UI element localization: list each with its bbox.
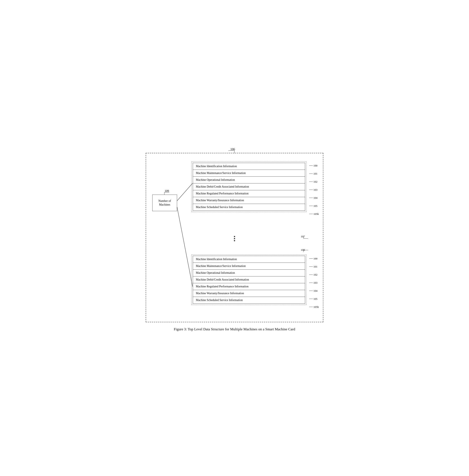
- info-table-top: Machine Identification InformationMachin…: [193, 163, 305, 211]
- info-cell: Machine Identification Information: [193, 256, 305, 263]
- table-row: Machine Regulated Performance Informatio…: [193, 283, 305, 290]
- ref-number: 100: [313, 257, 318, 260]
- info-table-bottom: Machine Identification InformationMachin…: [193, 256, 305, 304]
- ref-number: 104: [313, 196, 318, 199]
- ref-dash: [309, 206, 313, 206]
- diagram-area: 106 109 Number ofMachines Machine Identi…: [146, 153, 323, 322]
- table-row: Machine Identification Information: [193, 256, 305, 263]
- table-row: Machine Operational Information: [193, 177, 305, 183]
- label-107: 107: [301, 235, 305, 238]
- ref-label: 105b: [309, 210, 319, 218]
- info-cell: Machine Maintenance/Service Information: [193, 263, 305, 270]
- ref-label: 100: [309, 162, 319, 170]
- svg-line-0: [177, 183, 193, 201]
- ref-label: 101: [309, 170, 319, 178]
- info-cell: Machine Operational Information: [193, 177, 305, 183]
- ref-number: 103: [313, 281, 318, 284]
- dot-1: [234, 236, 235, 237]
- ref-label: 105: [309, 202, 319, 210]
- info-cell: Machine Maintenance/Service Information: [193, 170, 305, 177]
- table-row: Machine Warranty/Insurance Information: [193, 290, 305, 297]
- table-row: Machine Debit/Credit Associated Informat…: [193, 183, 305, 190]
- ref-dash: [309, 291, 313, 291]
- info-block-top: Machine Identification InformationMachin…: [192, 162, 306, 212]
- label-106: 106: [230, 148, 235, 151]
- table-row: Machine Debit/Credit Associated Informat…: [193, 277, 305, 283]
- dot-2: [234, 238, 235, 239]
- ref-dash: [309, 190, 313, 190]
- table-row: Machine Regulated Performance Informatio…: [193, 190, 305, 197]
- ref-number: 103: [313, 188, 318, 192]
- table-row: Machine Maintenance/Service Information: [193, 263, 305, 270]
- ref-dash: [309, 299, 313, 299]
- info-cell: Machine Warranty/Insurance Information: [193, 197, 305, 204]
- label-108: 108: [301, 248, 305, 252]
- ref-label: 105b: [309, 303, 319, 311]
- table-row: Machine Warranty/Insurance Information: [193, 197, 305, 204]
- table-row: Machine Maintenance/Service Information: [193, 170, 305, 177]
- ref-label: 101: [309, 263, 319, 271]
- ref-dash: [309, 198, 313, 198]
- table-row: Machine Operational Information: [193, 270, 305, 277]
- info-cell: Machine Debit/Credit Associated Informat…: [193, 277, 305, 283]
- ref-label: 104: [309, 287, 319, 295]
- machines-label: Number ofMachines: [158, 199, 171, 207]
- info-cell: Machine Operational Information: [193, 270, 305, 277]
- ref-label: 103: [309, 279, 319, 287]
- ref-label: 102: [309, 271, 319, 279]
- ref-number: 102: [313, 180, 318, 183]
- ref-label: 104: [309, 194, 319, 202]
- table-row: Machine Scheduled Service Information: [193, 204, 305, 211]
- ref-labels-top: 100101102103104105105b: [309, 162, 319, 218]
- ref-label: 102: [309, 178, 319, 186]
- ref-dash: [309, 165, 313, 166]
- ref-label: 100: [309, 255, 319, 263]
- table-row: Machine Scheduled Service Information: [193, 297, 305, 304]
- dot-3: [234, 240, 235, 241]
- ref-number: 105b: [313, 212, 319, 216]
- info-cell: Machine Scheduled Service Information: [193, 204, 305, 211]
- ref-dash: [309, 307, 313, 307]
- ref-dash: [309, 181, 313, 182]
- info-block-bottom: Machine Identification InformationMachin…: [192, 255, 306, 305]
- ref-dash: [309, 266, 313, 267]
- ref-dash: [309, 283, 313, 283]
- page-container: 106 109 Number ofMachines Machine Identi…: [142, 145, 327, 331]
- ref-number: 100: [313, 164, 318, 167]
- info-cell: Machine Warranty/Insurance Information: [193, 290, 305, 297]
- info-cell: Machine Regulated Performance Informatio…: [193, 283, 305, 290]
- ref-dash: [309, 174, 313, 174]
- table-row: Machine Identification Information: [193, 163, 305, 170]
- ref-number: 105: [313, 204, 318, 208]
- ref-number: 104: [313, 289, 318, 293]
- ref-number: 101: [313, 265, 318, 268]
- info-cell: Machine Identification Information: [193, 163, 305, 170]
- machines-box: Number ofMachines: [152, 195, 177, 211]
- info-cell: Machine Regulated Performance Informatio…: [193, 190, 305, 197]
- ref-dash: [309, 214, 313, 214]
- ref-label: 105: [309, 295, 319, 303]
- dots-area: [234, 236, 235, 241]
- label-109-line: [164, 192, 169, 195]
- ref-label: 103: [309, 186, 319, 194]
- figure-caption: Figure 3: Top Level Data Structure for M…: [142, 327, 327, 331]
- ref-number: 101: [313, 172, 318, 175]
- ref-number: 105: [313, 297, 318, 301]
- ref-labels-bottom: 100101102103104105105b: [309, 255, 319, 311]
- svg-line-1: [177, 207, 193, 287]
- ref-dash: [309, 275, 313, 275]
- info-cell: Machine Debit/Credit Associated Informat…: [193, 183, 305, 190]
- info-cell: Machine Scheduled Service Information: [193, 297, 305, 304]
- ref-number: 102: [313, 273, 318, 277]
- ref-number: 105b: [313, 305, 319, 309]
- ref-dash: [309, 259, 313, 259]
